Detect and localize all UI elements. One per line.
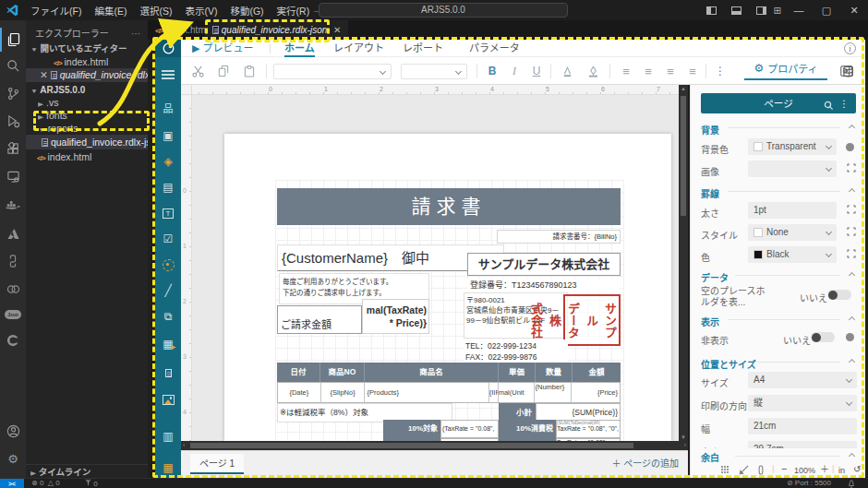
checkbox-tool-icon[interactable]: ☑ (155, 228, 181, 250)
invoice-amount-expression[interactable]: mal(TaxRate)* Price)} (362, 299, 429, 334)
italic-button[interactable]: I (506, 62, 523, 80)
minimize-button[interactable]: — (785, 0, 813, 20)
bold-button[interactable]: B (484, 62, 500, 80)
bg-color-extra-button[interactable] (846, 143, 854, 151)
errors-indicator[interactable]: ⊗ 0 △ 0 (31, 479, 60, 488)
snap-guides-icon[interactable] (757, 465, 765, 477)
section-data[interactable]: データ (701, 270, 729, 284)
layers-icon[interactable]: ◈ (155, 150, 181, 173)
file-index-html[interactable]: </> index.html (26, 150, 148, 164)
border-color-select[interactable]: Black (748, 246, 837, 263)
preview-button[interactable]: ▶ プレビュー (192, 40, 254, 57)
fill-color-icon[interactable] (584, 62, 602, 80)
designer-logo-icon[interactable] (155, 40, 181, 57)
section-background[interactable]: 背景 (701, 123, 719, 137)
table-tool-icon[interactable]: ▦➤ (155, 333, 181, 355)
align-left-icon[interactable]: ≡ (617, 62, 635, 80)
camera-tool-icon[interactable] (155, 254, 181, 276)
snap-toggle-icon[interactable] (739, 465, 749, 477)
customize-layout-icon[interactable]: ⊞ (774, 6, 781, 16)
extensions-icon[interactable] (0, 137, 26, 161)
shapes-tool-icon[interactable]: ⧉ (155, 305, 181, 327)
collapse-position-icon[interactable] (849, 359, 855, 365)
consumption-tax-expression[interactable]: {SUM(ToDecimal(IIF(TaxRate = "0.08", "0"… (556, 420, 621, 438)
invoice-tel-fax[interactable]: TEL：022-999-1234FAX：022-999-9876 (464, 339, 568, 363)
search-icon[interactable] (0, 54, 26, 77)
group-editor-icon[interactable]: ▣ (155, 125, 181, 147)
report-page[interactable]: 請求書 請求書番号：{BillNo} {CustomerName} 御中 サンプ… (224, 134, 671, 441)
remote-indicator[interactable]: >< (0, 479, 24, 488)
border-style-expand-icon[interactable] (847, 227, 856, 236)
bg-image-select[interactable] (748, 161, 837, 177)
tab-home[interactable]: ホーム (284, 40, 315, 57)
add-page-button[interactable]: ＋ ページの追加 (611, 456, 679, 470)
info-icon[interactable]: i (844, 42, 856, 54)
reset-zoom-icon[interactable]: ↺ (853, 464, 861, 474)
font-size-select[interactable] (401, 64, 467, 79)
close-button[interactable]: ✕ (840, 0, 868, 20)
paste-icon[interactable] (240, 62, 259, 80)
section-border[interactable]: 罫線 (701, 186, 719, 200)
azure-icon[interactable] (0, 221, 26, 245)
docker-icon[interactable] (0, 194, 26, 218)
dependencies-icon[interactable] (0, 277, 26, 301)
placeholder-toggle[interactable] (827, 290, 851, 300)
section-position-size[interactable]: 位置とサイズ (701, 357, 756, 371)
toolbar-more-icon[interactable]: ⋮ (713, 62, 728, 80)
image-tool-icon[interactable] (155, 388, 181, 411)
invoice-bill-no[interactable]: 請求書番号：{BillNo} (497, 230, 621, 244)
c-language-icon[interactable] (0, 328, 26, 352)
menu-view[interactable]: 表示(V) (178, 0, 223, 21)
subreport-tool-icon[interactable] (155, 361, 181, 383)
zoom-in-button[interactable]: ＋ (820, 465, 829, 474)
items-table-row[interactable]: {Date} {SlipNo} {Products} {IIF mal(Unit… (277, 382, 621, 403)
collapse-data-icon[interactable] (849, 272, 855, 279)
hidden-extra-button[interactable] (846, 333, 854, 341)
folder-vs[interactable]: ▶ .vs (26, 96, 148, 110)
section-margin[interactable]: 余白 (701, 450, 719, 464)
remote-explorer-icon[interactable] (0, 164, 26, 188)
canvas-horizontal-scrollbar[interactable]: ‹› (181, 441, 688, 450)
tab-report[interactable]: レポート (403, 40, 443, 57)
toolbox-menu-icon[interactable] (155, 64, 181, 86)
orientation-select[interactable]: 縦 (748, 395, 857, 411)
menu-go[interactable]: 移動(G) (223, 0, 270, 21)
timeline-section[interactable]: ▶ タイムライン (26, 464, 148, 478)
explorer-more-icon[interactable]: ··· (131, 27, 140, 41)
cut-icon[interactable] (188, 62, 207, 80)
folder-fonts[interactable]: ▶ fonts (26, 109, 148, 123)
list-tool-icon[interactable]: ▥ (155, 425, 181, 447)
python-icon[interactable] (0, 249, 26, 273)
close-editor-icon[interactable]: ✕ (40, 69, 48, 80)
border-style-select[interactable]: None (748, 224, 837, 241)
workspace-root[interactable]: ▼ ARJS5.0.0 (26, 83, 148, 97)
items-table-header[interactable]: 日付 商品NO 商品名 単価 数量 金額 (277, 363, 621, 382)
explorer-icon[interactable] (0, 28, 26, 52)
open-editor-index-html[interactable]: </> index.html (26, 55, 148, 69)
align-right-icon[interactable]: ≡ (661, 62, 680, 80)
line-tool-icon[interactable]: ╱ (155, 280, 181, 302)
margin-section-row[interactable]: 余白 (690, 448, 865, 463)
invoice-company-name[interactable]: サンプルデータ株式会社 (467, 253, 621, 276)
file-qualified-invoice[interactable]: qualified_invoice.rdlx-json (26, 135, 148, 149)
invoice-registration-no[interactable]: 登録番号：T1234567890123 (467, 279, 619, 292)
port-status[interactable]: ⊘ Port : 5500 (787, 479, 831, 488)
align-center-icon[interactable]: ≡ (639, 62, 657, 80)
copy-icon[interactable] (214, 62, 233, 80)
command-search-box[interactable]: ARJS5.0.0 (319, 3, 568, 18)
text-color-icon[interactable] (558, 62, 576, 80)
toggle-sidebar-icon[interactable] (706, 6, 717, 15)
border-color-expand-icon[interactable] (847, 249, 856, 258)
toggle-panel-icon[interactable] (731, 6, 741, 15)
properties-search-icon[interactable] (824, 97, 834, 117)
open-editor-report[interactable]: ✕ qualified_invoice.rdlx-_ (26, 68, 148, 82)
open-editors-section[interactable]: ▼ 開いているエディター (26, 42, 148, 55)
company-seal-stamp[interactable]: サンプル データ株 式会社 (563, 294, 621, 346)
page-1-tab[interactable]: ページ 1 (190, 454, 244, 474)
textbox-tool-icon[interactable]: T (155, 202, 181, 224)
bg-image-expand-icon[interactable] (847, 163, 856, 173)
properties-more-icon[interactable]: ⋮ (839, 93, 850, 113)
collapse-panel-icon[interactable] (838, 62, 856, 80)
maximize-button[interactable]: ▢ (813, 0, 840, 20)
properties-tab[interactable]: ⚙プロパティ (744, 57, 827, 80)
